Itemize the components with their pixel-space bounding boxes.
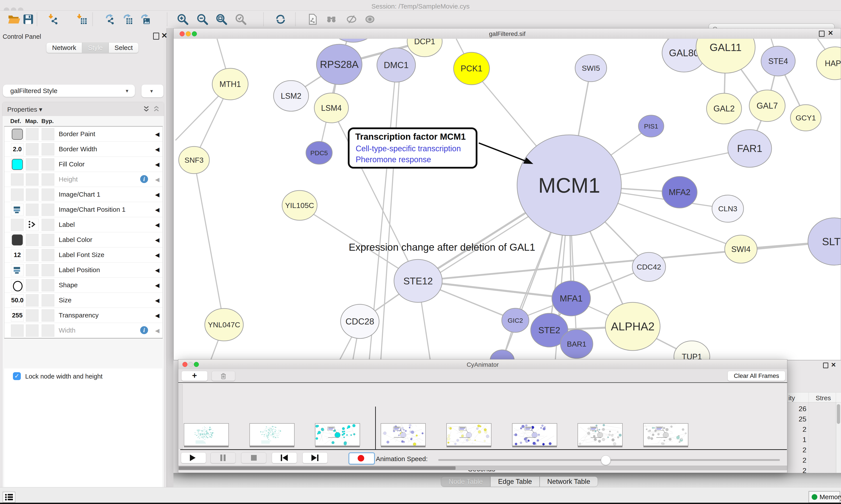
property-cell[interactable]: [26, 158, 38, 170]
timeline-playhead[interactable]: [375, 407, 376, 450]
network-canvas[interactable]: RPS28BMTH1DCP1RPS28ADMC1PCK1LSM2LSM4SWI5…: [174, 39, 841, 360]
property-cell[interactable]: [26, 324, 38, 337]
property-cell[interactable]: [42, 204, 54, 216]
property-row-border-width[interactable]: 2.0Border Width◀: [4, 142, 162, 157]
hide-eye-icon[interactable]: [345, 13, 358, 25]
info-icon[interactable]: i: [140, 175, 148, 183]
frame-thumbnail-2s[interactable]: [315, 423, 360, 446]
play-button[interactable]: [181, 452, 206, 463]
animation-speed-slider[interactable]: [438, 459, 780, 461]
float-panel-icon[interactable]: [153, 33, 159, 40]
frame-thumbnail-0s[interactable]: [184, 423, 229, 446]
zoom-in-icon[interactable]: [176, 13, 189, 25]
property-cell[interactable]: [42, 128, 54, 140]
expand-row-icon[interactable]: ◀: [155, 312, 159, 319]
export-network-icon[interactable]: [103, 13, 116, 25]
property-row-transparency[interactable]: 255Transparency◀: [4, 308, 162, 323]
property-row-size[interactable]: 50.0Size◀: [4, 293, 162, 308]
property-cell[interactable]: [42, 249, 54, 261]
tab-style[interactable]: Style: [82, 42, 109, 53]
float-table-panel-icon[interactable]: [823, 363, 828, 368]
property-row-image-chart-position-1[interactable]: Image/Chart Position 1◀: [4, 202, 162, 217]
frames-horizontal-scrollbar[interactable]: [178, 466, 787, 470]
property-cell[interactable]: [26, 309, 38, 322]
network-window-titlebar[interactable]: galFiltered.sif ✕: [174, 29, 841, 39]
property-cell[interactable]: [11, 188, 24, 201]
pause-button[interactable]: [211, 452, 236, 463]
property-cell[interactable]: 12: [11, 249, 24, 261]
expand-row-icon[interactable]: ◀: [155, 161, 159, 168]
show-eye-icon[interactable]: [363, 13, 376, 25]
property-cell[interactable]: [11, 219, 24, 231]
properties-header[interactable]: Properties ▾: [2, 102, 164, 116]
zoom-fit-icon[interactable]: [215, 13, 228, 25]
skip-to-start-button[interactable]: [272, 452, 297, 463]
property-cell[interactable]: [11, 279, 24, 291]
record-button[interactable]: [348, 452, 375, 465]
property-row-border-paint[interactable]: Border Paint◀: [4, 127, 162, 142]
find-binoculars-icon[interactable]: [325, 13, 338, 25]
tab-node-table[interactable]: Node Table: [441, 476, 490, 487]
tab-network[interactable]: Network: [46, 42, 82, 53]
export-table-icon[interactable]: [121, 13, 134, 25]
expand-row-icon[interactable]: ◀: [155, 252, 159, 258]
tab-edge-table[interactable]: Edge Table: [490, 476, 540, 487]
property-row-label-color[interactable]: Label Color◀: [4, 232, 162, 247]
property-cell[interactable]: [11, 234, 24, 246]
zoom-selected-icon[interactable]: [234, 13, 247, 25]
expand-row-icon[interactable]: ◀: [155, 146, 159, 153]
close-panel-icon[interactable]: ✕: [161, 33, 167, 38]
import-network-icon[interactable]: [47, 13, 60, 25]
close-table-panel-icon[interactable]: ✕: [831, 362, 836, 368]
task-list-button[interactable]: [3, 492, 15, 503]
open-folder-icon[interactable]: [7, 13, 20, 25]
expand-row-icon[interactable]: ◀: [155, 131, 159, 138]
expand-all-icon[interactable]: [142, 105, 150, 113]
frame-thumbnail-4s[interactable]: [446, 423, 491, 446]
table-column-ity[interactable]: ity: [788, 394, 795, 402]
property-cell[interactable]: [42, 158, 54, 170]
text-annotation[interactable]: Expression change after deletion of GAL1: [304, 241, 580, 253]
scrollbar-thumb[interactable]: [179, 466, 455, 470]
info-icon[interactable]: i: [140, 326, 148, 334]
property-row-label[interactable]: Label◀: [4, 217, 162, 232]
expand-row-icon[interactable]: ◀: [155, 267, 159, 274]
property-cell[interactable]: [11, 204, 24, 216]
property-row-height[interactable]: Heighti◀: [4, 172, 162, 187]
property-cell[interactable]: [26, 249, 38, 261]
frame-thumbnail-1s[interactable]: [249, 423, 294, 446]
property-cell[interactable]: [26, 204, 38, 216]
property-cell[interactable]: [11, 324, 24, 337]
property-cell[interactable]: [26, 188, 38, 201]
expand-row-icon[interactable]: ◀: [155, 297, 159, 304]
close-window-icon[interactable]: ✕: [828, 30, 833, 36]
export-image-icon[interactable]: [139, 13, 151, 25]
property-cell[interactable]: [42, 279, 54, 291]
expand-row-icon[interactable]: ◀: [155, 237, 159, 244]
property-cell[interactable]: [42, 309, 54, 322]
import-table-icon[interactable]: [75, 13, 88, 25]
slider-thumb[interactable]: [601, 455, 611, 465]
frame-thumbnail-5s[interactable]: [512, 423, 557, 446]
property-cell[interactable]: [11, 264, 24, 276]
network-node-unlabeled[interactable]: [490, 350, 514, 360]
memory-button[interactable]: Memory: [809, 491, 840, 503]
skip-to-end-button[interactable]: [302, 452, 328, 463]
clear-all-frames-button[interactable]: Clear All Frames: [728, 371, 785, 381]
property-cell[interactable]: [42, 264, 54, 276]
float-window-icon[interactable]: [819, 31, 825, 37]
expand-row-icon[interactable]: ◀: [155, 176, 159, 183]
lock-size-checkbox[interactable]: ✓: [13, 372, 21, 380]
annotation-box[interactable]: Transcription factor MCM1 Cell-type-spec…: [348, 127, 478, 168]
property-cell[interactable]: [11, 128, 24, 140]
stop-button[interactable]: [241, 452, 266, 463]
frame-thumbnail-7s[interactable]: [643, 423, 688, 446]
property-cell[interactable]: [26, 174, 38, 186]
property-cell[interactable]: [26, 294, 38, 307]
property-cell[interactable]: [26, 128, 38, 140]
expand-row-icon[interactable]: ◀: [155, 206, 159, 213]
property-cell[interactable]: [42, 234, 54, 246]
property-cell[interactable]: 2.0: [11, 143, 24, 156]
tab-select[interactable]: Select: [109, 42, 139, 53]
property-row-label-position[interactable]: Label Position◀: [4, 263, 162, 277]
